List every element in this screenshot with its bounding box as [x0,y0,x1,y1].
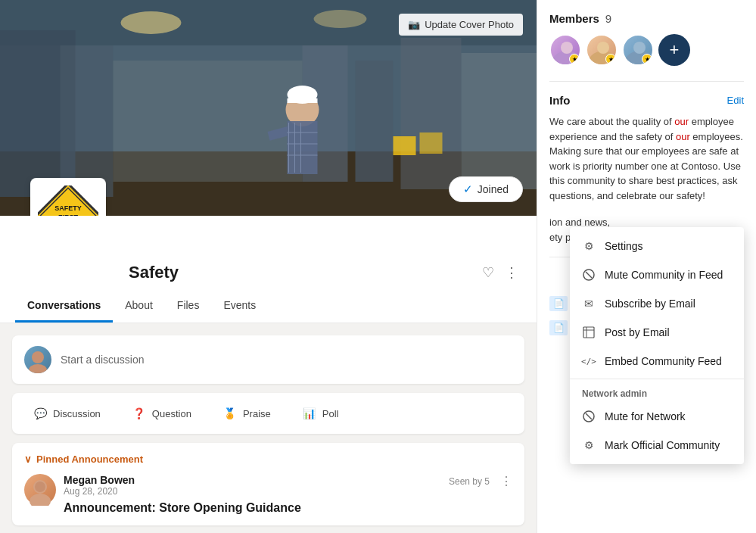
pinned-header[interactable]: ∨ Pinned Announcement [24,454,512,465]
poster-avatar [24,474,56,506]
update-cover-label: Update Cover Photo [425,19,514,30]
svg-point-3 [314,10,367,28]
dropdown-menu: ⚙ Settings Mute Community in Feed ✉ Subs… [570,227,744,464]
info-title: Info [549,94,571,107]
menu-mute-network[interactable]: Mute for Network [570,402,744,431]
post-type-row: 💬 Discussion ❓ Question 🏅 Praise 📊 Poll [12,393,524,434]
menu-mute-network-label: Mute for Network [605,410,686,422]
svg-rect-23 [394,136,416,155]
cover-photo: SAFETY FIRST 📷 Update Cover Photo ✓ Join… [0,0,537,216]
svg-point-36 [561,42,573,54]
check-icon: ✓ [463,182,473,196]
tab-conversations[interactable]: Conversations [15,290,113,323]
pinned-section: ∨ Pinned Announcement Megan Bowen Aug [12,443,524,525]
pinned-post: Megan Bowen Aug 28, 2020 Seen by 5 ⋮ Ann… [24,474,512,515]
svg-point-31 [29,364,47,373]
discussion-icon: 💬 [32,405,48,422]
question-button[interactable]: ❓ Question [123,401,199,426]
post-meta: Megan Bowen Aug 28, 2020 Seen by 5 ⋮ Ann… [64,474,512,515]
post-date: Aug 28, 2020 [64,486,135,497]
post-title: Announcement: Store Opening Guidance [64,501,512,515]
svg-rect-10 [61,45,114,197]
member-badge-1: ★ [569,54,580,64]
menu-mark-official[interactable]: ⚙ Mark Official Community [570,431,744,460]
question-icon: ❓ [131,405,148,422]
mute-community-icon [582,268,596,282]
joined-label: Joined [478,183,509,195]
like-button[interactable]: ♡ [482,264,494,281]
embed-icon: </> [582,354,596,368]
joined-button[interactable]: ✓ Joined [449,176,523,202]
info-section: Info Edit We care about the quality of o… [549,94,744,203]
svg-point-30 [32,351,44,363]
svg-rect-8 [462,53,537,189]
svg-text:SAFETY: SAFETY [54,204,82,212]
member-avatar-1[interactable]: ★ [549,34,581,66]
svg-point-33 [30,494,51,506]
menu-settings[interactable]: ⚙ Settings [570,232,744,260]
tab-about[interactable]: About [113,290,165,323]
menu-embed-label: Embed Community Feed [605,355,722,367]
group-header: Safety ♡ ⋮ Conversations About Files Eve… [0,216,537,323]
edit-button[interactable]: Edit [727,95,744,106]
seen-by: Seen by 5 [449,476,490,487]
group-tabs: Conversations About Files Events [15,290,521,323]
menu-subscribe-label: Subscribe by Email [605,298,695,310]
member-avatar-3[interactable]: ★ [622,34,654,66]
members-count: 9 [605,12,611,25]
tab-files[interactable]: Files [165,290,212,323]
plus-icon: + [670,42,680,58]
svg-rect-6 [356,61,394,182]
start-discussion-box[interactable]: Start a discussion [12,335,524,384]
update-cover-photo-button[interactable]: 📷 Update Cover Photo [399,14,523,36]
members-avatars: ★ ★ ★ + [549,34,744,66]
svg-rect-24 [420,132,443,154]
menu-embed[interactable]: </> Embed Community Feed [570,347,744,376]
info-text: We care about the quality of our employe… [549,114,744,203]
tab-events[interactable]: Events [211,290,268,323]
post-email-icon [582,326,596,339]
camera-icon: 📷 [408,19,420,30]
svg-line-43 [586,272,592,278]
email-icon: ✉ [582,297,596,310]
poster-name: Megan Bowen [64,474,135,486]
svg-rect-7 [401,38,462,189]
menu-mute-community[interactable]: Mute Community in Feed [570,260,744,289]
svg-point-41 [633,42,646,54]
post-more-icon[interactable]: ⋮ [500,474,512,488]
praise-label: Praise [243,408,271,419]
menu-post-email-label: Post by Email [605,326,670,338]
discussion-button[interactable]: 💬 Discussion [24,401,108,426]
menu-mute-community-label: Mute Community in Feed [605,269,723,281]
members-title: Members [549,12,599,25]
add-member-button[interactable]: + [658,34,690,66]
question-label: Question [152,408,191,419]
member-badge-3: ★ [642,54,652,64]
divider-1 [549,81,744,82]
poll-button[interactable]: 📊 Poll [294,401,347,426]
menu-divider [570,379,744,379]
svg-point-39 [597,42,609,54]
member-avatar-2[interactable]: ★ [586,34,618,66]
members-section: Members 9 ★ ★ [549,12,744,66]
chevron-icon: ∨ [24,454,32,465]
menu-subscribe-email[interactable]: ✉ Subscribe by Email [570,289,744,318]
file-icon-1: 📄 [549,296,568,311]
menu-post-email[interactable]: Post by Email [570,318,744,347]
file-icon-2: 📄 [549,320,568,335]
group-name: Safety [129,263,474,282]
user-avatar [24,346,51,373]
settings-icon: ⚙ [582,239,596,253]
svg-rect-11 [114,61,303,182]
menu-settings-label: Settings [605,240,643,252]
more-options-button[interactable]: ⋮ [502,261,521,284]
pinned-label: Pinned Announcement [36,454,143,465]
group-logo: SAFETY FIRST [30,178,106,216]
svg-point-2 [121,11,182,34]
svg-rect-37 [551,36,554,39]
start-discussion-placeholder[interactable]: Start a discussion [61,354,512,366]
mute-network-icon [582,410,596,423]
discussion-label: Discussion [53,408,101,419]
svg-rect-15 [288,121,318,174]
praise-button[interactable]: 🏅 Praise [214,401,278,426]
